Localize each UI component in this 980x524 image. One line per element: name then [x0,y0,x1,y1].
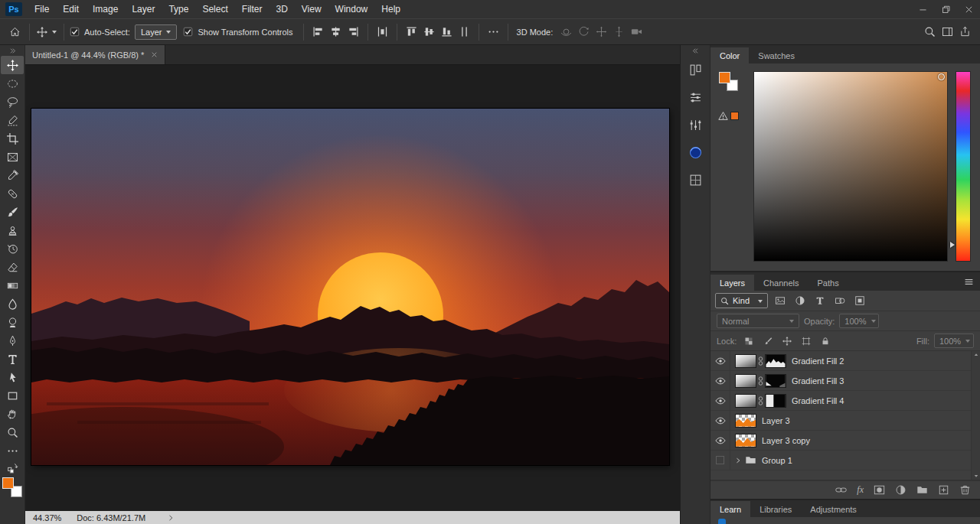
layer-name[interactable]: Gradient Fill 4 [792,396,844,405]
filter-adjustment-layers-icon[interactable] [792,293,808,308]
layer-mask-thumbnail[interactable] [765,354,786,368]
rectangle-tool[interactable] [1,386,24,405]
layer-thumbnail[interactable] [735,394,756,408]
tab-layers[interactable]: Layers [710,275,754,291]
blend-mode-dropdown[interactable]: Normal [717,314,799,328]
eyedropper-tool[interactable] [1,166,24,184]
type-tool[interactable] [1,350,24,368]
gamut-warning-icon[interactable] [718,111,728,121]
layer-row[interactable]: Gradient Fill 3 [710,371,980,391]
history-brush-tool[interactable] [1,239,24,258]
workspace-switcher-icon[interactable] [939,23,956,41]
lock-position-icon[interactable] [779,337,794,346]
gradient-tool[interactable] [1,276,24,295]
elliptical-marquee-tool[interactable] [1,74,24,93]
crop-tool[interactable] [1,129,24,148]
layer-visibility-icon[interactable] [715,435,726,446]
align-center-vertical-icon[interactable] [420,23,438,41]
share-icon[interactable] [956,23,974,41]
tab-learn[interactable]: Learn [710,501,750,517]
show-transform-checkbox[interactable] [183,27,193,37]
layer-visibility-empty[interactable] [716,456,724,464]
menu-view[interactable]: View [295,0,328,18]
spot-healing-tool[interactable] [1,184,24,203]
add-mask-icon[interactable] [874,484,885,496]
brush-tool[interactable] [1,203,24,221]
frame-tool[interactable] [1,148,24,166]
panel-menu-icon[interactable] [958,277,980,287]
tool-preset-dropdown[interactable] [35,27,58,37]
tab-color[interactable]: Color [710,47,749,63]
tab-paths[interactable]: Paths [808,275,848,291]
default-colors-icon[interactable] [7,462,18,474]
panel-foreground-swatch[interactable] [719,72,730,83]
hue-slider-pointer[interactable] [950,242,958,248]
minimize-icon[interactable] [911,0,934,18]
expand-panels-icon[interactable] [692,46,699,56]
new-adjustment-layer-icon[interactable] [895,484,906,496]
align-left-icon[interactable] [309,23,327,41]
color-picker-marker[interactable] [938,73,945,80]
align-top-icon[interactable] [403,23,420,41]
zoom-level-field[interactable]: 44.37% [33,513,61,522]
layer-visibility-icon[interactable] [715,376,726,386]
edit-toolbar-tool[interactable] [1,441,24,460]
glyphs-panel-icon[interactable] [682,166,708,194]
new-group-icon[interactable] [916,484,928,496]
lasso-tool[interactable] [1,93,24,111]
tab-channels[interactable]: Channels [754,275,808,291]
move-tool[interactable] [1,56,24,74]
layer-name[interactable]: Gradient Fill 2 [792,356,844,366]
align-center-horizontal-icon[interactable] [327,23,345,41]
layer-row[interactable]: Gradient Fill 4 [710,391,980,411]
link-layers-icon[interactable] [835,484,847,496]
layer-mask-thumbnail[interactable] [765,394,786,408]
layer-effects-icon[interactable]: fx [857,484,864,496]
lock-artboard-icon[interactable] [799,337,813,346]
tab-adjustments[interactable]: Adjustments [801,501,866,517]
align-right-icon[interactable] [345,23,362,41]
layer-filter-dropdown[interactable]: Kind [715,293,768,308]
auto-select-target-dropdown[interactable]: Layer [135,24,178,40]
group-expand-icon[interactable] [734,457,742,464]
layer-thumbnail[interactable] [735,354,756,368]
menu-help[interactable]: Help [374,0,407,18]
lock-transparency-icon[interactable] [741,337,756,346]
opacity-dropdown[interactable]: 100% [839,314,879,328]
layer-mask-thumbnail[interactable] [765,374,786,388]
layers-scrollbar[interactable] [971,351,980,480]
adjustments-panel-icon[interactable] [682,111,708,138]
menu-filter[interactable]: Filter [235,0,270,18]
new-layer-icon[interactable] [938,484,949,496]
eraser-tool[interactable] [1,258,24,276]
delete-layer-icon[interactable] [959,484,971,496]
menu-layer[interactable]: Layer [125,0,162,18]
hue-slider[interactable] [956,71,971,262]
tab-close-icon[interactable] [151,51,158,58]
layer-thumbnail[interactable] [735,414,756,428]
properties-panel-icon[interactable] [682,83,708,111]
layer-row[interactable]: Layer 3 [710,411,980,431]
menu-select[interactable]: Select [195,0,234,18]
tab-libraries[interactable]: Libraries [750,501,801,517]
menu-window[interactable]: Window [328,0,375,18]
gamut-color-swatch[interactable] [730,112,739,120]
fill-dropdown[interactable]: 100% [934,334,974,348]
search-icon[interactable] [921,23,939,41]
menu-file[interactable]: File [28,0,56,18]
layer-visibility-icon[interactable] [715,415,726,426]
path-selection-tool[interactable] [1,368,24,386]
menu-image[interactable]: Image [86,0,125,18]
menu-3d[interactable]: 3D [269,0,294,18]
distribute-vertical-icon[interactable] [456,23,473,41]
scroll-down-icon[interactable] [973,473,979,479]
layer-name[interactable]: Layer 3 [762,416,790,425]
object-selection-tool[interactable] [1,111,24,129]
status-options-icon[interactable] [167,514,175,522]
lock-pixels-icon[interactable] [760,337,775,346]
distribute-horizontal-icon[interactable] [374,23,391,41]
document-tab[interactable]: Untitled-1 @ 44.4% (RGB/8) * [25,45,165,64]
blur-tool[interactable] [1,295,24,313]
auto-select-checkbox[interactable] [70,27,80,37]
filter-type-layers-icon[interactable] [812,293,828,308]
